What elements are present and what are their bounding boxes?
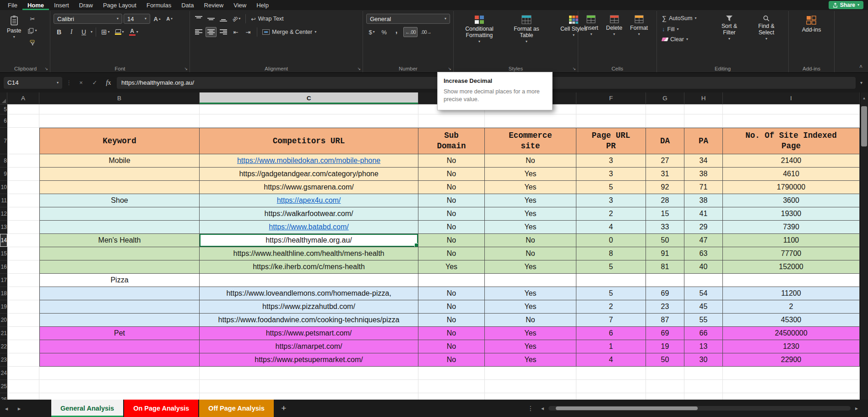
select-all-corner[interactable] <box>0 92 7 104</box>
cell-G14[interactable]: 50 <box>646 234 684 247</box>
column-header-H[interactable]: H <box>684 92 723 104</box>
cell-A24[interactable] <box>7 367 39 380</box>
cell-H13[interactable]: 29 <box>684 221 723 234</box>
menu-tab-insert[interactable]: Insert <box>49 0 74 10</box>
horizontal-scrollbar-thumb[interactable] <box>556 406 698 410</box>
cell-I25[interactable] <box>723 380 860 393</box>
row-header-8[interactable]: 8 <box>0 154 7 168</box>
orientation-button[interactable]: ab▾ <box>230 14 242 24</box>
cell-A25[interactable] <box>7 380 39 393</box>
find-select-button[interactable]: Find & Select ▾ <box>749 14 784 42</box>
cell-G9[interactable]: 31 <box>646 168 684 181</box>
cut-button[interactable]: ✂ <box>26 14 38 24</box>
sheet-tab-off-page-analysis[interactable]: Off Page Analysis <box>199 400 274 417</box>
share-button[interactable]: Share ▾ <box>829 1 863 9</box>
sheet-nav-left[interactable]: ◂ <box>0 400 13 417</box>
cell-C16[interactable]: https://ke.iherb.com/c/mens-health <box>200 260 418 274</box>
cell-C13[interactable]: https://www.batabd.com/ <box>200 221 418 234</box>
cell-F23[interactable]: 4 <box>576 353 646 367</box>
cell-H7[interactable]: PA <box>684 128 723 154</box>
row-header-5[interactable]: 5 <box>0 104 7 114</box>
delete-cells-button[interactable]: Delete ▾ <box>603 14 625 38</box>
autosum-button[interactable]: ∑AutoSum▾ <box>660 14 710 23</box>
cell-H16[interactable]: 40 <box>684 260 723 274</box>
cell-F19[interactable]: 2 <box>576 300 646 314</box>
cell-A11[interactable] <box>7 194 39 207</box>
clear-button[interactable]: Clear▾ <box>660 35 710 43</box>
cell-F9[interactable]: 3 <box>576 168 646 181</box>
cell-E20[interactable]: No <box>485 314 576 327</box>
cell-D14[interactable]: No <box>418 234 485 247</box>
cell-I7[interactable]: No. Of Site Indexed Page <box>723 128 860 154</box>
cell-B21[interactable]: Pet <box>39 327 200 340</box>
cell-E7[interactable]: Ecommerce site <box>485 128 576 154</box>
cell-G17[interactable] <box>646 274 684 287</box>
insert-cells-button[interactable]: Insert ▾ <box>581 14 601 38</box>
cell-F17[interactable] <box>576 274 646 287</box>
menu-tab-view[interactable]: View <box>228 0 251 10</box>
row-header-17[interactable]: 17 <box>0 274 7 287</box>
cell-I19[interactable]: 2 <box>723 300 860 314</box>
cell-E12[interactable]: Yes <box>485 207 576 221</box>
cell-A8[interactable] <box>7 154 39 168</box>
cell-G8[interactable]: 27 <box>646 154 684 168</box>
cell-D26[interactable] <box>418 393 485 400</box>
cell-F16[interactable]: 5 <box>576 260 646 274</box>
format-painter-button[interactable] <box>26 38 38 48</box>
dialog-launcher-icon[interactable]: ↘ <box>184 66 188 71</box>
italic-button[interactable]: I <box>66 27 77 37</box>
increase-indent-button[interactable]: ⇥ <box>243 27 254 37</box>
cell-I22[interactable]: 1230 <box>723 340 860 353</box>
fill-color-button[interactable]: ▾ <box>113 27 126 37</box>
menu-tab-formulas[interactable]: Formulas <box>141 0 176 10</box>
cell-F5[interactable] <box>576 104 646 114</box>
row-header-26[interactable]: 26 <box>0 393 7 400</box>
number-format-select[interactable]: General▾ <box>366 14 450 24</box>
cell-A26[interactable] <box>7 393 39 400</box>
row-header-11[interactable]: 11 <box>0 194 7 207</box>
cell-D24[interactable] <box>418 367 485 380</box>
cell-E11[interactable]: Yes <box>485 194 576 207</box>
cell-F20[interactable]: 7 <box>576 314 646 327</box>
cell-D21[interactable]: No <box>418 327 485 340</box>
cell-I16[interactable]: 152000 <box>723 260 860 274</box>
cell-E19[interactable]: Yes <box>485 300 576 314</box>
cell-I20[interactable]: 45300 <box>723 314 860 327</box>
cell-I12[interactable]: 19300 <box>723 207 860 221</box>
cell-H24[interactable] <box>684 367 723 380</box>
cell-H21[interactable]: 66 <box>684 327 723 340</box>
cell-F15[interactable]: 8 <box>576 247 646 260</box>
wrap-text-button[interactable]: ↩Wrap Text <box>249 15 285 23</box>
comma-style-button[interactable]: , <box>391 27 402 37</box>
sort-filter-button[interactable]: Sort & Filter ▾ <box>712 14 747 42</box>
cell-H12[interactable]: 41 <box>684 207 723 221</box>
scroll-up-icon[interactable]: ▴ <box>860 92 868 103</box>
row-header-13[interactable]: 13 <box>0 221 7 234</box>
cell-D8[interactable]: No <box>418 154 485 168</box>
cell-D18[interactable]: No <box>418 287 485 300</box>
cell-F22[interactable]: 1 <box>576 340 646 353</box>
cell-C22[interactable]: https://amarpet.com/ <box>200 340 418 353</box>
cell-E15[interactable]: No <box>485 247 576 260</box>
cell-E26[interactable] <box>485 393 576 400</box>
cell-E18[interactable]: Yes <box>485 287 576 300</box>
row-header-19[interactable]: 19 <box>0 300 7 314</box>
cell-G5[interactable] <box>646 104 684 114</box>
cell-D6[interactable] <box>418 114 485 128</box>
borders-button[interactable]: ⊞▾ <box>99 27 112 37</box>
row-header-14[interactable]: 14 <box>0 234 7 247</box>
cell-D22[interactable]: No <box>418 340 485 353</box>
grow-font-button[interactable]: A▴ <box>152 14 163 24</box>
merge-center-button[interactable]: Merge & Center▾ <box>260 28 318 36</box>
column-header-B[interactable]: B <box>39 92 200 104</box>
row-header-24[interactable]: 24 <box>0 367 7 380</box>
cell-I15[interactable]: 77700 <box>723 247 860 260</box>
cell-C7[interactable]: Competitors URL <box>200 128 418 154</box>
cell-F18[interactable]: 5 <box>576 287 646 300</box>
row-header-22[interactable]: 22 <box>0 340 7 353</box>
cell-E17[interactable] <box>485 274 576 287</box>
cell-D25[interactable] <box>418 380 485 393</box>
cell-E25[interactable] <box>485 380 576 393</box>
cell-B14[interactable]: Men's Health <box>39 234 200 247</box>
cell-G15[interactable]: 91 <box>646 247 684 260</box>
